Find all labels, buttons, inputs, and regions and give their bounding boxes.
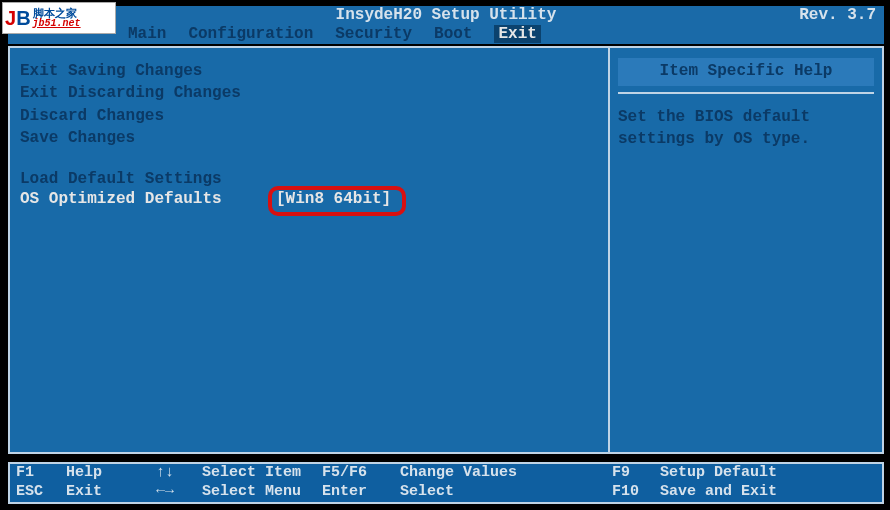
footer-label-change-values: Change Values — [400, 464, 550, 483]
revision-label: Rev. 3.7 — [799, 6, 876, 24]
help-body: Set the BIOS default settings by OS type… — [618, 92, 874, 151]
menu-discard-changes[interactable]: Discard Changes — [20, 105, 598, 127]
menu-exit-discarding[interactable]: Exit Discarding Changes — [20, 82, 598, 104]
tab-configuration[interactable]: Configuration — [188, 25, 313, 43]
tab-security[interactable]: Security — [335, 25, 412, 43]
tab-boot[interactable]: Boot — [434, 25, 472, 43]
tab-strip: Main Configuration Security Boot Exit — [8, 24, 884, 44]
footer-label-select: Select — [400, 483, 550, 502]
left-pane: Exit Saving Changes Exit Discarding Chan… — [8, 46, 610, 454]
footer-key-f9: F9 — [612, 464, 660, 483]
bios-screen: JB 脚本之家 jb51.net InsydeH20 Setup Utility… — [0, 0, 890, 510]
help-title: Item Specific Help — [618, 58, 874, 86]
footer-label-help: Help — [66, 464, 156, 483]
footer-key-f1: F1 — [16, 464, 66, 483]
menu-load-defaults[interactable]: Load Default Settings — [20, 168, 598, 190]
footer-label-exit: Exit — [66, 483, 156, 502]
footer-label-save-exit: Save and Exit — [660, 483, 876, 502]
footer-label-setup-default: Setup Default — [660, 464, 876, 483]
os-optimized-label: OS Optimized Defaults — [20, 190, 276, 208]
menu-exit-saving[interactable]: Exit Saving Changes — [20, 60, 598, 82]
footer-key-esc: ESC — [16, 483, 66, 502]
help-body-line2: settings by OS type. — [618, 128, 874, 150]
watermark-jb: JB — [5, 7, 31, 30]
main-area: Exit Saving Changes Exit Discarding Chan… — [8, 46, 884, 454]
footer-key-f10: F10 — [612, 483, 660, 502]
watermark-logo: JB 脚本之家 jb51.net — [2, 2, 116, 34]
footer-bar: F1 Help ↑↓ Select Item F5/F6 Change Valu… — [8, 462, 884, 504]
menu-save-changes[interactable]: Save Changes — [20, 127, 598, 149]
menu-spacer — [20, 150, 598, 168]
tab-main[interactable]: Main — [128, 25, 166, 43]
footer-key-enter: Enter — [322, 483, 400, 502]
footer-leftright-icon: ←→ — [156, 483, 202, 502]
menu-os-optimized-row[interactable]: OS Optimized Defaults [Win8 64bit] — [20, 190, 598, 208]
footer-label-select-item: Select Item — [202, 464, 322, 483]
watermark-cn: 脚本之家 — [33, 8, 81, 19]
footer-key-f5f6: F5/F6 — [322, 464, 400, 483]
footer-label-select-menu: Select Menu — [202, 483, 322, 502]
footer-row-2: ESC Exit ←→ Select Menu Enter Select F10… — [16, 483, 876, 502]
utility-title: InsydeH20 Setup Utility — [336, 6, 557, 24]
footer-updown-icon: ↑↓ — [156, 464, 202, 483]
help-body-line1: Set the BIOS default — [618, 106, 874, 128]
os-optimized-value[interactable]: [Win8 64bit] — [276, 190, 391, 208]
help-pane: Item Specific Help Set the BIOS default … — [610, 46, 884, 454]
watermark-url: jb51.net — [33, 19, 81, 29]
title-bar: InsydeH20 Setup Utility Rev. 3.7 — [8, 6, 884, 24]
footer-row-1: F1 Help ↑↓ Select Item F5/F6 Change Valu… — [16, 464, 876, 483]
tab-exit[interactable]: Exit — [494, 25, 540, 43]
